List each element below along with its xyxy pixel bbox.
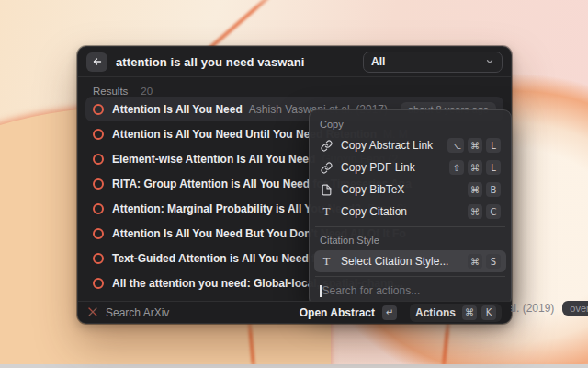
shortcut-keys: ⌘ B bbox=[468, 182, 501, 197]
paper-ring-icon bbox=[93, 154, 104, 165]
letter-key: S bbox=[486, 254, 501, 269]
shortcut-keys: ⌥ ⌘ L bbox=[447, 138, 501, 153]
paper-ring-icon bbox=[93, 129, 104, 140]
paper-ring-icon bbox=[93, 228, 104, 239]
return-key: ↵ bbox=[382, 305, 397, 320]
shortcut-keys: ⌘ C bbox=[468, 204, 501, 219]
result-age-badge: over 5 years ago bbox=[562, 301, 588, 316]
shortcut-keys: ⌘ S bbox=[468, 254, 501, 269]
results-count: 20 bbox=[141, 86, 153, 97]
command-key: ⌘ bbox=[468, 138, 482, 153]
menu-item-label: Copy PDF Link bbox=[341, 161, 442, 174]
actions-button-label: Actions bbox=[415, 306, 456, 319]
chevron-down-icon bbox=[485, 53, 494, 70]
launcher-window: attention is all you need vaswani All Re… bbox=[77, 46, 512, 324]
back-button[interactable] bbox=[86, 52, 107, 72]
paper-ring-icon bbox=[93, 278, 104, 289]
command-key: ⌘ bbox=[462, 305, 477, 320]
extension-name: Search ArXiv bbox=[106, 306, 169, 319]
menu-item-copy-pdf-link[interactable]: Copy PDF Link ⇧ ⌘ L bbox=[314, 156, 506, 178]
menu-item-label: Copy BibTeX bbox=[341, 183, 460, 196]
link-icon bbox=[320, 161, 334, 175]
filter-dropdown-value: All bbox=[371, 55, 480, 68]
text-icon: T bbox=[320, 205, 334, 219]
menu-item-label: Select Citation Style... bbox=[341, 255, 460, 268]
actions-button[interactable]: Actions ⌘ K bbox=[410, 304, 502, 322]
command-key: ⌘ bbox=[468, 182, 482, 197]
paper-ring-icon bbox=[93, 104, 104, 115]
arxiv-x-icon bbox=[87, 305, 98, 321]
menu-item-copy-citation[interactable]: T Copy Citation ⌘ C bbox=[314, 201, 506, 223]
link-icon bbox=[320, 139, 334, 153]
menu-section-title: Citation Style bbox=[314, 231, 506, 250]
primary-action-label[interactable]: Open Abstract bbox=[300, 306, 375, 319]
filter-dropdown[interactable]: All bbox=[363, 52, 503, 73]
footer-bar: Search ArXiv Open Abstract ↵ Actions ⌘ K bbox=[78, 301, 511, 323]
file-icon bbox=[320, 183, 334, 197]
menu-divider bbox=[315, 276, 505, 277]
results-label: Results bbox=[93, 86, 128, 97]
menu-item-copy-abstract-link[interactable]: Copy Abstract Link ⌥ ⌘ L bbox=[314, 134, 506, 156]
results-header: Results 20 bbox=[78, 77, 511, 98]
menu-item-label: Copy Abstract Link bbox=[341, 139, 440, 152]
option-key: ⌥ bbox=[447, 138, 464, 153]
desktop-wallpaper: attention is all you need vaswani All Re… bbox=[0, 0, 588, 368]
actions-context-menu: Copy Copy Abstract Link ⌥ ⌘ L Copy PDF L… bbox=[309, 109, 512, 306]
result-title: Element-wise Attention Is All You Need bbox=[112, 153, 315, 166]
command-key: ⌘ bbox=[468, 160, 482, 175]
letter-key: K bbox=[481, 305, 496, 320]
back-arrow-icon bbox=[92, 56, 103, 67]
shift-key: ⇧ bbox=[449, 160, 464, 175]
paper-ring-icon bbox=[93, 253, 104, 264]
text-icon: T bbox=[320, 255, 334, 269]
letter-key: C bbox=[486, 204, 501, 219]
search-input[interactable]: attention is all you need vaswani bbox=[116, 55, 355, 69]
extension-identity: Search ArXiv bbox=[87, 305, 169, 321]
menu-item-copy-bibtex[interactable]: Copy BibTeX ⌘ B bbox=[314, 178, 506, 201]
paper-ring-icon bbox=[93, 178, 104, 190]
actions-search-input[interactable]: Search for actions... bbox=[314, 281, 506, 301]
command-key: ⌘ bbox=[468, 254, 482, 269]
letter-key: L bbox=[486, 138, 501, 153]
menu-item-select-citation-style[interactable]: T Select Citation Style... ⌘ S bbox=[314, 250, 506, 272]
dock-strip bbox=[0, 364, 588, 368]
command-key: ⌘ bbox=[468, 204, 482, 219]
letter-key: B bbox=[486, 182, 501, 197]
shortcut-keys: ⇧ ⌘ L bbox=[449, 160, 501, 175]
actions-search-placeholder: Search for actions... bbox=[322, 284, 421, 297]
search-header: attention is all you need vaswani All bbox=[78, 47, 511, 76]
menu-item-label: Copy Citation bbox=[341, 205, 460, 218]
paper-ring-icon bbox=[93, 203, 104, 214]
text-caret bbox=[320, 285, 322, 297]
result-title: Attention Is All You Need bbox=[112, 103, 243, 116]
letter-key: L bbox=[486, 160, 501, 175]
menu-divider bbox=[315, 226, 505, 227]
menu-section-title: Copy bbox=[314, 115, 506, 134]
